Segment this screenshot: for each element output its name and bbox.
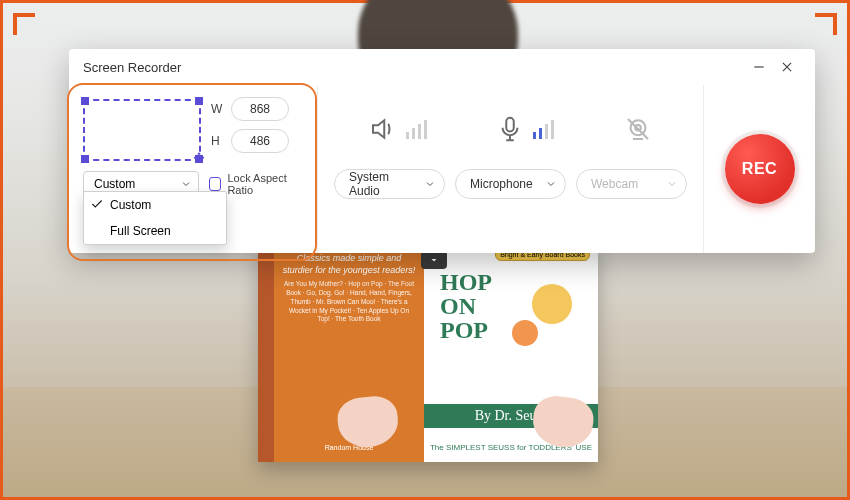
book-title-line: POP	[440, 317, 488, 343]
frame-corner	[815, 13, 837, 35]
lock-aspect-label: Lock Aspect Ratio	[227, 172, 305, 196]
speaker-icon	[368, 114, 398, 144]
width-input[interactable]	[231, 97, 289, 121]
capture-mode-option-fullscreen[interactable]: Full Screen	[84, 218, 226, 244]
region-preview[interactable]	[83, 99, 201, 161]
check-icon	[90, 197, 104, 211]
webcam-indicator	[623, 114, 653, 144]
system-audio-indicator	[368, 114, 427, 144]
height-input[interactable]	[231, 129, 289, 153]
capture-region-section: W H Custom	[69, 85, 317, 253]
book-tagline: Classics made simple and sturdier for th…	[282, 252, 416, 276]
capture-frame: Classics made simple and sturdier for th…	[0, 0, 850, 500]
chevron-down-icon	[545, 178, 557, 190]
microphone-icon	[495, 114, 525, 144]
frame-corner	[13, 13, 35, 35]
microphone-indicator	[495, 114, 554, 144]
titlebar: Screen Recorder	[69, 49, 815, 85]
book-title-line: ON	[440, 293, 476, 319]
sources-section: System Audio Microphone Webcam	[317, 85, 703, 253]
height-label: H	[211, 134, 225, 148]
chevron-down-icon	[666, 178, 678, 190]
book-title-line: HOP	[440, 269, 492, 295]
close-button[interactable]	[773, 53, 801, 81]
svg-rect-2	[507, 118, 515, 132]
svg-rect-0	[754, 66, 763, 67]
chevron-down-icon	[180, 178, 192, 190]
microphone-select[interactable]: Microphone	[455, 169, 566, 199]
move-icon	[191, 151, 207, 167]
record-button[interactable]: REC	[725, 134, 795, 204]
checkbox-icon	[209, 177, 222, 191]
book-publisher: Random House	[282, 443, 416, 452]
record-section: REC	[703, 85, 815, 253]
system-audio-select[interactable]: System Audio	[334, 169, 445, 199]
webcam-off-icon	[623, 114, 653, 144]
capture-mode-option-custom[interactable]: Custom	[84, 192, 226, 218]
screen-recorder-panel: Screen Recorder	[69, 49, 815, 253]
webcam-select[interactable]: Webcam	[576, 169, 687, 199]
minimize-button[interactable]	[745, 53, 773, 81]
capture-mode-value: Custom	[94, 177, 135, 191]
width-label: W	[211, 102, 225, 116]
frame-edge-handle[interactable]	[421, 251, 447, 269]
window-title: Screen Recorder	[83, 60, 181, 75]
capture-mode-dropdown: Custom Full Screen	[83, 191, 227, 245]
chevron-down-icon	[424, 178, 436, 190]
